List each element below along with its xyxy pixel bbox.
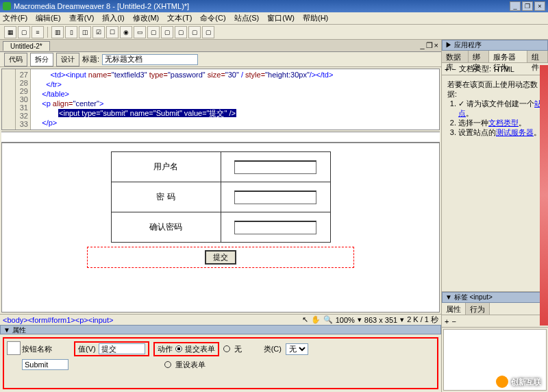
tab-server[interactable]: 服务器行为 <box>489 51 527 62</box>
dim-value: 863 x 351 <box>364 316 397 324</box>
menu-window[interactable]: 窗口(W) <box>267 13 295 23</box>
plus-icon[interactable]: + <box>445 317 449 326</box>
tool-icon[interactable]: ▢ <box>202 26 214 38</box>
tool-icon[interactable]: ▢ <box>175 26 187 38</box>
prop-header[interactable]: ▼ 属性 <box>0 325 441 334</box>
btn-name-input[interactable] <box>22 359 68 370</box>
user-field[interactable] <box>234 160 316 174</box>
tool-icon[interactable]: ☑ <box>92 26 105 38</box>
logo-icon <box>496 376 508 388</box>
menu-bar: 文件(F) 编辑(E) 查看(V) 插入(I) 修改(M) 文本(T) 命令(C… <box>0 12 548 25</box>
tool-icon[interactable]: ▦ <box>4 26 16 38</box>
radio-reset[interactable] <box>164 361 171 368</box>
tab-attr[interactable]: 属性 <box>442 303 466 315</box>
tool-icon[interactable]: ▯ <box>65 26 77 38</box>
menu-help[interactable]: 帮助(H) <box>303 13 328 23</box>
app-panel-tabs: 数据库 绑定 服务器行为 组件 <box>442 51 548 63</box>
restore-icon[interactable]: ❐ <box>522 1 533 11</box>
submit-button[interactable]: 提交 <box>205 250 236 265</box>
kb-value: 2 K / 1 秒 <box>407 315 438 325</box>
tag-panel-header[interactable]: ▼ 标签 <input> <box>442 292 548 303</box>
tool-icon[interactable]: ▢ <box>18 26 30 38</box>
menu-insert[interactable]: 插入(I) <box>102 13 124 23</box>
app-panel-toolbar: + − 文档类型: HTML <box>442 63 548 75</box>
menu-site[interactable]: 站点(S) <box>234 13 260 23</box>
window-buttons: _ ❐ × <box>510 1 545 11</box>
tool-icon[interactable]: ◫ <box>79 26 91 38</box>
tool-icon[interactable]: ▥ <box>51 26 64 38</box>
view-split-button[interactable]: 拆分 <box>30 53 53 66</box>
link-doctype[interactable]: 文档类型 <box>488 119 519 127</box>
help-text: 若要在该页面上使用动态数据: ✓ 请为该文件创建一个站点。 选择一种文档类型。 … <box>442 75 548 141</box>
property-inspector: 按钮名称 值(V) 动作 提交表单 无 类(C) 无 <box>3 337 438 389</box>
tab-bind[interactable]: 绑定 <box>469 51 489 62</box>
menu-file[interactable]: 文件(F) <box>3 13 27 23</box>
tool-icon[interactable]: ▢ <box>147 26 160 38</box>
pwd-field[interactable] <box>234 191 316 204</box>
label-cell: 用户名 <box>111 152 221 182</box>
doc-tab[interactable]: Untitled-2* <box>3 41 50 51</box>
title-input[interactable] <box>102 54 198 65</box>
label-cell: 密 码 <box>111 182 221 212</box>
class-select[interactable]: 无 <box>286 343 308 355</box>
minus-icon[interactable]: − <box>451 65 456 73</box>
view-design-button[interactable]: 设计 <box>56 53 79 66</box>
plus-icon[interactable]: + <box>445 65 449 73</box>
radio-none-label: 无 <box>234 344 242 354</box>
value-input[interactable] <box>99 343 145 354</box>
hand-icon[interactable]: ✋ <box>311 315 321 324</box>
menu-edit[interactable]: 编辑(E) <box>36 13 61 23</box>
confirm-field[interactable] <box>234 221 316 234</box>
menu-command[interactable]: 命令(C) <box>200 13 225 23</box>
doctype-value: HTML <box>494 65 514 73</box>
zoom-icon[interactable]: 🔍 <box>323 315 333 324</box>
doc-toolbar: 代码 拆分 设计 标题: <box>0 52 441 67</box>
view-code-button[interactable]: 代码 <box>4 53 27 66</box>
design-view[interactable]: 用户名 密 码 确认密码 提交 <box>1 143 440 313</box>
radio-reset-label: 重设表单 <box>175 360 206 370</box>
btn-name-label: 按钮名称 <box>22 344 52 354</box>
link-testserver[interactable]: 测试服务器 <box>496 128 534 136</box>
radio-none[interactable] <box>223 345 230 352</box>
tab-db[interactable]: 数据库 <box>442 51 469 62</box>
tool-icon[interactable]: ☐ <box>106 26 119 38</box>
code-icons-gutter <box>2 69 16 130</box>
code-text[interactable]: <td><input name="textfield3" type="passw… <box>31 69 439 130</box>
menu-view[interactable]: 查看(V) <box>69 13 95 23</box>
doctype-label: 文档类型: <box>459 64 491 74</box>
doc-max-icon[interactable]: ❐ <box>426 41 433 50</box>
line-gutter: 272829303132333435 <box>16 69 31 130</box>
tool-icon[interactable]: ◉ <box>120 26 132 38</box>
tool-icon[interactable]: ▭ <box>134 26 146 38</box>
title-bar: Macromedia Dreamweaver 8 - [Untitled-2 (… <box>0 0 548 12</box>
tool-icon[interactable]: ▢ <box>188 26 201 38</box>
watermark: 创新互联 <box>496 376 541 388</box>
tab-comp[interactable]: 组件 <box>527 51 548 62</box>
tag-selector[interactable]: <body><form#form1><p><input> <box>3 316 302 324</box>
tool-icon[interactable]: ▢ <box>161 26 173 38</box>
app-panel-header[interactable]: ▶ 应用程序 <box>442 40 548 51</box>
zoom-value[interactable]: 100% <box>336 316 355 324</box>
pointer-icon[interactable]: ↖ <box>302 315 308 324</box>
doc-close-icon[interactable]: × <box>434 41 438 50</box>
app-title: Macromedia Dreamweaver 8 - [Untitled-2 (… <box>14 2 189 10</box>
form-table: 用户名 密 码 确认密码 <box>111 151 331 243</box>
doc-tabs: Untitled-2* _ ❐ × <box>0 40 441 52</box>
doc-min-icon[interactable]: _ <box>420 41 424 50</box>
value-label: 值(V) <box>78 344 96 354</box>
action-label: 动作 <box>158 344 173 354</box>
insert-toolbar: ▦ ▢ ≡ ▥ ▯ ◫ ☑ ☐ ◉ ▭ ▢ ▢ ▢ ▢ ▢ <box>0 25 548 40</box>
menu-text[interactable]: 文本(T) <box>167 13 192 23</box>
title-label: 标题: <box>82 54 99 64</box>
code-view[interactable]: 272829303132333435 <td><input name="text… <box>1 69 440 130</box>
close-icon[interactable]: × <box>534 1 545 11</box>
menu-modify[interactable]: 修改(M) <box>133 13 160 23</box>
button-chip-icon <box>7 341 21 355</box>
submit-row: 提交 <box>87 247 354 268</box>
minimize-icon[interactable]: _ <box>510 1 521 11</box>
minus-icon[interactable]: − <box>451 317 456 326</box>
tool-icon[interactable]: ≡ <box>32 26 44 38</box>
status-bar: <body><form#form1><p><input> ↖ ✋ 🔍 100% … <box>0 314 441 325</box>
tab-behavior[interactable]: 行为 <box>466 303 490 315</box>
radio-submit[interactable] <box>175 345 182 352</box>
